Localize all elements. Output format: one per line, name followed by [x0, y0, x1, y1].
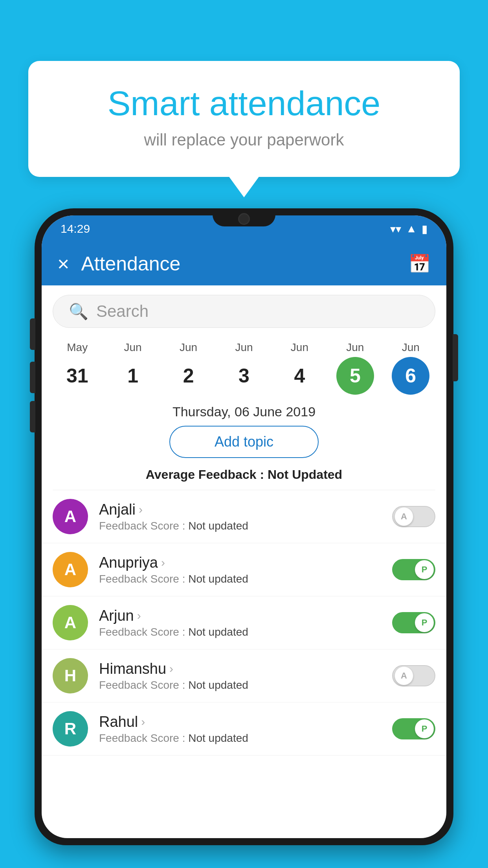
feedback-value: Not updated: [188, 573, 248, 585]
toggle-switch[interactable]: A: [392, 665, 435, 686]
toggle-switch[interactable]: P: [392, 559, 435, 580]
student-name: Arjun ›: [99, 607, 381, 624]
toggle-knob: A: [394, 666, 413, 685]
chevron-icon: ›: [137, 609, 141, 622]
toggle-knob: A: [394, 507, 413, 526]
avatar: A: [53, 605, 88, 640]
avatar: R: [53, 711, 88, 747]
phone-frame: 14:29 ▾▾ ▲ ▮ × Attendance 📅 🔍 Search M: [35, 208, 453, 868]
student-name: Himanshu ›: [99, 660, 381, 677]
student-row[interactable]: AArjun ›Feedback Score : Not updatedP: [42, 596, 446, 649]
student-row[interactable]: RRahul ›Feedback Score : Not updatedP: [42, 702, 446, 756]
add-topic-button[interactable]: Add topic: [169, 426, 319, 458]
toggle-knob: P: [415, 719, 434, 738]
bubble-title: Smart attendance: [60, 85, 428, 123]
search-bar[interactable]: 🔍 Search: [53, 295, 435, 328]
cal-date-number: 4: [281, 357, 318, 395]
chevron-icon: ›: [169, 662, 173, 675]
cal-date-number: 5: [336, 357, 374, 395]
search-icon: 🔍: [69, 302, 88, 321]
avg-feedback-value: Not Updated: [268, 467, 342, 482]
student-row[interactable]: AAnupriya ›Feedback Score : Not updatedP: [42, 543, 446, 596]
calendar-day[interactable]: Jun6: [383, 341, 438, 395]
cal-month-label: Jun: [291, 341, 308, 354]
feedback-value: Not updated: [188, 626, 248, 638]
front-camera: [238, 213, 250, 225]
app-bar-title: Attendance: [81, 252, 396, 275]
phone-screen: 14:29 ▾▾ ▲ ▮ × Attendance 📅 🔍 Search M: [42, 215, 446, 838]
cal-month-label: May: [67, 341, 88, 354]
chevron-icon: ›: [141, 715, 145, 728]
cal-month-label: Jun: [402, 341, 420, 354]
toggle-knob: P: [415, 560, 434, 579]
calendar-day[interactable]: Jun1: [105, 341, 160, 395]
power-button: [453, 334, 458, 381]
feedback-score: Feedback Score : Not updated: [99, 732, 381, 745]
search-input-placeholder[interactable]: Search: [96, 302, 149, 321]
calendar-day[interactable]: May31: [50, 341, 105, 395]
feedback-score: Feedback Score : Not updated: [99, 679, 381, 691]
avatar: A: [53, 499, 88, 534]
attendance-toggle[interactable]: P: [392, 718, 435, 739]
selected-date: Thursday, 06 June 2019: [42, 395, 446, 426]
chevron-icon: ›: [139, 503, 143, 516]
student-info: Rahul ›Feedback Score : Not updated: [99, 714, 381, 745]
student-list: AAnjali ›Feedback Score : Not updatedAAA…: [42, 490, 446, 756]
calendar-day[interactable]: Jun2: [161, 341, 216, 395]
student-info: Anjali ›Feedback Score : Not updated: [99, 501, 381, 532]
attendance-toggle[interactable]: A: [392, 506, 435, 527]
student-info: Himanshu ›Feedback Score : Not updated: [99, 660, 381, 691]
app-bar: × Attendance 📅: [42, 242, 446, 285]
cal-date-number: 6: [392, 357, 429, 395]
cal-month-label: Jun: [346, 341, 364, 354]
calendar-day[interactable]: Jun4: [272, 341, 327, 395]
battery-icon: ▮: [422, 223, 427, 235]
feedback-score: Feedback Score : Not updated: [99, 520, 381, 532]
avg-feedback-label: Average Feedback :: [146, 467, 268, 482]
student-name: Rahul ›: [99, 714, 381, 730]
cal-month-label: Jun: [235, 341, 253, 354]
attendance-toggle[interactable]: A: [392, 665, 435, 686]
cal-date-number: 1: [114, 357, 152, 395]
volume-up-button: [30, 318, 35, 350]
cal-month-label: Jun: [180, 341, 197, 354]
toggle-switch[interactable]: P: [392, 718, 435, 739]
close-button[interactable]: ×: [57, 252, 69, 276]
toggle-switch[interactable]: P: [392, 612, 435, 633]
feedback-value: Not updated: [188, 732, 248, 744]
status-icons: ▾▾ ▲ ▮: [390, 223, 427, 235]
calendar-icon[interactable]: 📅: [408, 253, 431, 274]
phone-outer: 14:29 ▾▾ ▲ ▮ × Attendance 📅 🔍 Search M: [35, 208, 453, 845]
calendar-day[interactable]: Jun5: [328, 341, 383, 395]
bubble-subtitle: will replace your paperwork: [60, 131, 428, 149]
average-feedback: Average Feedback : Not Updated: [42, 467, 446, 482]
feedback-score: Feedback Score : Not updated: [99, 573, 381, 585]
student-info: Anupriya ›Feedback Score : Not updated: [99, 554, 381, 585]
cal-month-label: Jun: [124, 341, 142, 354]
silent-button: [30, 401, 35, 432]
student-row[interactable]: HHimanshu ›Feedback Score : Not updatedA: [42, 649, 446, 702]
cal-date-number: 31: [59, 357, 96, 395]
calendar-row: May31Jun1Jun2Jun3Jun4Jun5Jun6: [42, 337, 446, 395]
avatar: A: [53, 552, 88, 587]
signal-icon: ▲: [406, 223, 417, 235]
wifi-icon: ▾▾: [390, 223, 401, 235]
cal-date-number: 2: [170, 357, 207, 395]
phone-notch: [213, 208, 275, 226]
attendance-toggle[interactable]: P: [392, 612, 435, 633]
student-name: Anupriya ›: [99, 554, 381, 571]
cal-date-number: 3: [225, 357, 263, 395]
speech-bubble-container: Smart attendance will replace your paper…: [28, 61, 460, 177]
student-row[interactable]: AAnjali ›Feedback Score : Not updatedA: [42, 490, 446, 543]
student-info: Arjun ›Feedback Score : Not updated: [99, 607, 381, 638]
feedback-score: Feedback Score : Not updated: [99, 626, 381, 638]
toggle-switch[interactable]: A: [392, 506, 435, 527]
attendance-toggle[interactable]: P: [392, 559, 435, 580]
volume-down-button: [30, 362, 35, 393]
feedback-value: Not updated: [188, 520, 248, 532]
status-time: 14:29: [61, 222, 90, 235]
toggle-knob: P: [415, 613, 434, 632]
feedback-value: Not updated: [188, 679, 248, 691]
avatar: H: [53, 658, 88, 693]
calendar-day[interactable]: Jun3: [216, 341, 272, 395]
